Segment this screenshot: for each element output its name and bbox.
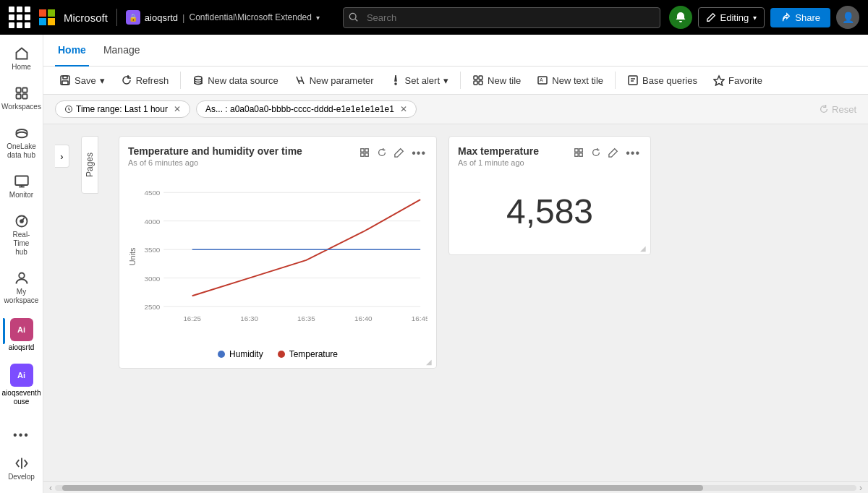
svg-text:Units: Units [128,247,137,265]
scroll-left-btn[interactable]: ‹ [49,483,52,493]
svg-rect-16 [62,81,68,85]
scroll-right-btn[interactable]: › [859,483,862,493]
chart2-grid-button[interactable] [572,145,585,161]
humidity-label: Humidity [229,349,263,359]
chart1-header: Temperature and humidity over time As of… [128,145,427,167]
set-alert-button[interactable]: Set alert ▾ [383,71,456,90]
chart2-resize-handle[interactable]: ◢ [640,244,647,252]
svg-rect-22 [479,76,482,80]
sidebar-item-workspaces-label: Workspaces [1,103,41,111]
svg-rect-34 [361,153,364,155]
svg-rect-23 [474,81,477,85]
expand-pages-arrow[interactable]: › [55,145,69,168]
svg-rect-33 [365,148,368,151]
chart2-edit-button[interactable] [607,145,620,161]
svg-point-12 [19,273,25,279]
stat-card-maxtemp: Max temperature As of 1 minute ago [448,136,651,255]
new-tile-label: New tile [488,75,521,86]
base-queries-button[interactable]: Base queries [620,71,705,90]
new-datasource-label: New data source [208,75,278,86]
chart1-refresh-button[interactable] [375,145,388,161]
sidebar-app-aioqseventh[interactable]: Ai aioqseventh ouse [3,359,41,411]
sidebar-item-realtime[interactable]: Real-Time hub [3,208,41,262]
sidebar-item-onelake[interactable]: OneLake data hub [3,120,41,166]
save-icon [59,74,71,86]
sidebar-app-label-aioqseventh: aioqseventh ouse [2,389,41,406]
humidity-dot [218,351,225,358]
new-parameter-button[interactable]: New parameter [287,71,381,90]
favorite-button[interactable]: Favorite [706,71,770,90]
refresh-button[interactable]: Refresh [114,71,176,90]
save-button[interactable]: Save ▾ [52,71,112,90]
scrollbar-thumb[interactable] [62,485,703,491]
workspace-selector[interactable]: 🔒 aioqsrtd | Confidential\Microsoft Exte… [126,10,320,25]
time-range-filter[interactable]: Time range: Last 1 hour ✕ [55,100,190,118]
notification-bell[interactable] [669,6,692,29]
alert-icon [390,74,401,86]
new-tile-button[interactable]: New tile [465,71,528,90]
chart1-more-button[interactable]: ••• [410,145,427,161]
sidebar-bottom: ••• Develop [3,423,41,487]
sidebar-develop[interactable]: Develop [3,450,41,487]
set-alert-label: Set alert [405,75,440,86]
reset-button: Reset [819,104,856,115]
svg-rect-32 [361,148,364,151]
more-dots-icon: ••• [13,429,30,442]
grid-icon [359,147,370,158]
clock-icon [64,105,73,113]
pages-tab[interactable]: Pages [81,136,98,194]
alias-close-icon[interactable]: ✕ [400,104,407,114]
alias-filter[interactable]: As... : a0a0a0a0-bbbb-cccc-dddd-e1e1e1e1… [196,100,417,118]
sidebar: Home Workspaces OneLake data hub Monitor… [0,35,43,493]
sub-nav: Home Manage [43,35,868,67]
share-button[interactable]: Share [770,8,830,27]
user-avatar[interactable]: 👤 [836,6,859,29]
new-text-tile-button[interactable]: A New text tile [529,71,610,90]
sidebar-item-monitor[interactable]: Monitor [3,168,41,205]
develop-icon [14,456,29,471]
tab-home[interactable]: Home [55,35,89,67]
sidebar-item-myworkspace[interactable]: My workspace [3,265,41,311]
scrollbar-track[interactable] [55,485,856,491]
horizontal-scrollbar[interactable]: ‹ › [43,481,868,493]
toolbar: Save ▾ Refresh New data source New param… [43,67,868,95]
grid2-icon [574,147,584,158]
main-layout: Home Workspaces OneLake data hub Monitor… [0,35,868,493]
search-icon [349,12,359,22]
monitor-icon [14,174,29,189]
edit-icon [706,12,716,22]
sidebar-more[interactable]: ••• [3,423,41,447]
sidebar-item-onelake-label: OneLake data hub [7,142,36,160]
filter-close-icon[interactable]: ✕ [174,104,181,114]
home-icon [14,46,29,61]
tile-icon [472,74,484,86]
new-datasource-button[interactable]: New data source [185,71,286,90]
base-queries-label: Base queries [642,75,697,86]
chart2-refresh-button[interactable] [590,145,603,161]
chart1-edit-button[interactable] [393,145,406,161]
chart2-more-button[interactable]: ••• [624,145,642,161]
svg-rect-3 [22,88,27,93]
temperature-dot [278,351,285,358]
apps-grid-icon[interactable] [9,7,30,28]
chart-card-temperature: Temperature and humidity over time As of… [119,136,437,369]
svg-rect-54 [575,153,578,155]
svg-rect-15 [63,76,67,79]
svg-rect-27 [629,76,637,85]
editing-button[interactable]: Editing ▾ [698,7,765,28]
svg-rect-5 [22,94,27,98]
svg-text:16:30: 16:30 [240,314,258,322]
chart1-grid-button[interactable] [358,145,371,161]
tab-manage[interactable]: Manage [101,35,143,67]
svg-text:4500: 4500 [144,189,160,197]
search-input[interactable] [343,7,660,28]
svg-point-6 [16,132,27,138]
sidebar-item-workspaces[interactable]: Workspaces [3,80,41,117]
dashboard: › Pages Temperature and humidity over ti… [43,124,868,481]
sidebar-app-aioqsrtd[interactable]: Ai aioqsrtd [3,314,41,356]
sidebar-item-home[interactable]: Home [3,40,41,77]
chart1-subtitle: As of 6 minutes ago [128,158,302,167]
chart1-resize-handle[interactable]: ◢ [426,358,433,365]
svg-rect-52 [575,148,578,151]
sidebar-item-realtime-label: Real-Time hub [7,231,36,257]
